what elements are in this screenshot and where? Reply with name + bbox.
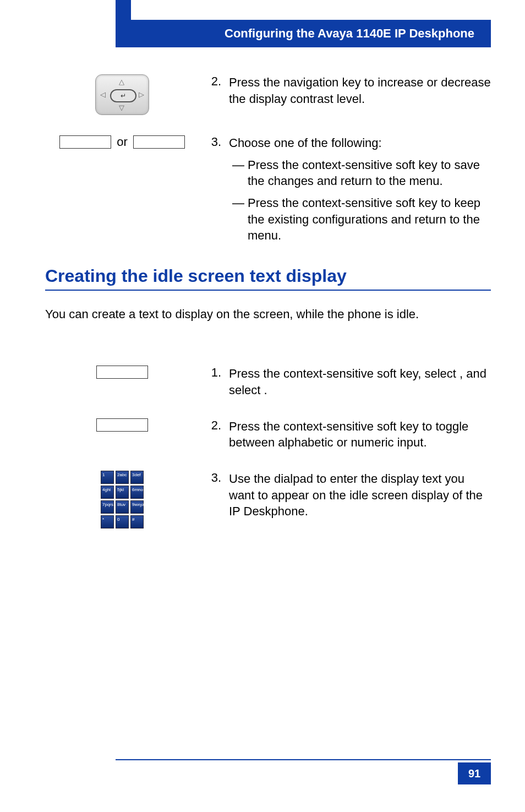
step-text: Press the navigation key to increase or … [229, 74, 491, 107]
dialpad-key: 1 [101, 471, 114, 484]
or-label: or [117, 135, 128, 149]
dialpad-key: 8tuv [116, 500, 129, 514]
navigation-key-icon: △ ▽ ◁ ▷ ↵ [95, 74, 149, 115]
top-step-2: △ ▽ ◁ ▷ ↵ 2. Press the navigation key to… [45, 74, 491, 115]
softkey-button[interactable] [59, 135, 111, 149]
bottom-step-1: 1. Press the context-sensitive soft key,… [45, 366, 491, 398]
step-text: Press the context-sensitive soft key, se… [229, 366, 491, 398]
page-header-title: Configuring the Avaya 1140E IP Deskphone [225, 26, 474, 41]
dialpad-key: 0 [116, 515, 129, 528]
step-number: 2. [199, 74, 229, 107]
step-number: 2. [199, 418, 229, 451]
footer-rule [116, 759, 491, 760]
section-heading: Creating the idle screen text display [45, 266, 491, 291]
softkey-button[interactable] [96, 366, 148, 379]
dialpad-key: 4ghi [101, 486, 114, 499]
dialpad-key: 7pqrs [101, 500, 114, 514]
chevron-left-icon: ◁ [100, 90, 106, 99]
sub-bullet: — Press the context-sensitive soft key t… [229, 157, 491, 189]
bottom-step-2: 2. Press the context-sensitive soft key … [45, 418, 491, 451]
header-side-band [116, 0, 131, 47]
dialpad-icon: 12abc3def4ghi5jkl6mno7pqrs8tuv9wxyz*0# [101, 471, 144, 528]
softkey-or-group: or [59, 135, 185, 149]
section-intro: You can create a text to display on the … [45, 307, 491, 321]
bottom-step-3: 12abc3def4ghi5jkl6mno7pqrs8tuv9wxyz*0# 3… [45, 471, 491, 528]
step-text: Choose one of the following: — Press the… [229, 135, 491, 244]
dash-icon: — [229, 157, 248, 189]
chevron-down-icon: ▽ [119, 103, 124, 112]
page-number: 91 [458, 762, 491, 784]
step-number: 1. [199, 366, 229, 398]
enter-key-icon: ↵ [110, 89, 136, 102]
chevron-up-icon: △ [119, 78, 124, 86]
dialpad-key: 9wxyz [130, 500, 144, 514]
dialpad-key: * [101, 515, 114, 528]
dialpad-key: # [130, 515, 144, 528]
step-number: 3. [199, 135, 229, 244]
softkey-button[interactable] [96, 418, 148, 432]
dash-icon: — [229, 195, 248, 244]
page-header: Configuring the Avaya 1140E IP Deskphone [131, 20, 491, 47]
step-number: 3. [199, 471, 229, 520]
page-content: △ ▽ ◁ ▷ ↵ 2. Press the navigation key to… [45, 74, 491, 746]
dialpad-key: 3def [130, 471, 144, 484]
dialpad-key: 5jkl [116, 486, 129, 499]
top-step-3: or 3. Choose one of the following: — Pre… [45, 135, 491, 244]
sub-bullet: — Press the context-sensitive soft key t… [229, 195, 491, 244]
softkey-button[interactable] [133, 135, 185, 149]
chevron-right-icon: ▷ [139, 90, 144, 99]
dialpad-key: 2abc [116, 471, 129, 484]
dialpad-key: 6mno [130, 486, 144, 499]
step-text: Press the context-sensitive soft key to … [229, 418, 491, 451]
step-text: Use the dialpad to enter the display tex… [229, 471, 491, 520]
